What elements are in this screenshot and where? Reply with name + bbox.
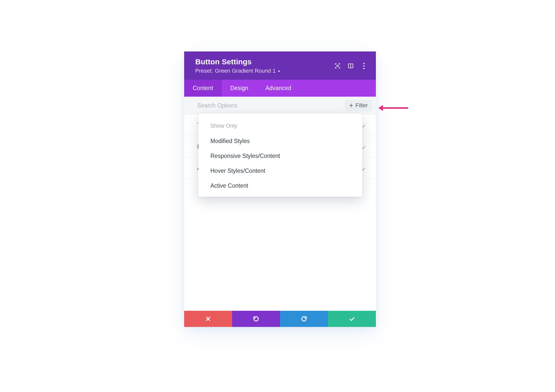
- tab-advanced[interactable]: Advanced: [257, 80, 300, 97]
- dropdown-header: Show Only: [198, 120, 362, 134]
- search-input[interactable]: [197, 102, 302, 109]
- svg-rect-0: [337, 65, 338, 67]
- panel-title: Button Settings: [195, 58, 280, 66]
- dropdown-item-responsive-styles[interactable]: Responsive Styles/Content: [198, 149, 362, 163]
- tabs: Content Design Advanced: [184, 80, 376, 97]
- header-icons: [335, 63, 369, 69]
- dropdown-item-active-content[interactable]: Active Content: [198, 178, 362, 193]
- dropdown-item-hover-styles[interactable]: Hover Styles/Content: [198, 163, 362, 178]
- redo-button[interactable]: [280, 311, 328, 327]
- more-icon[interactable]: [361, 63, 367, 69]
- close-button[interactable]: [184, 311, 232, 327]
- preset-prefix: Preset:: [195, 68, 213, 74]
- arrow-left-icon: [378, 105, 383, 111]
- search-row: Filter: [184, 97, 376, 115]
- filter-button[interactable]: Filter: [345, 100, 372, 111]
- tab-content[interactable]: Content: [184, 80, 222, 97]
- preset-name: Green Gradient Round 1: [215, 68, 276, 74]
- plus-icon: [349, 104, 353, 107]
- caret-down-icon: [278, 71, 280, 72]
- annotation-arrow: [378, 105, 409, 111]
- confirm-button[interactable]: [328, 311, 376, 327]
- panel-body: T L A ? Help Show Only Modified Styles R…: [184, 115, 376, 311]
- dropdown-item-modified-styles[interactable]: Modified Styles: [198, 134, 362, 149]
- settings-panel: Button Settings Preset: Green Gradient R…: [184, 51, 376, 327]
- panel-header: Button Settings Preset: Green Gradient R…: [184, 51, 376, 80]
- preset-selector[interactable]: Preset: Green Gradient Round 1: [195, 68, 280, 74]
- filter-label: Filter: [355, 102, 368, 109]
- tab-design[interactable]: Design: [222, 80, 257, 97]
- panel-footer: [184, 311, 376, 327]
- arrow-line: [383, 107, 408, 109]
- layout-icon[interactable]: [348, 63, 354, 69]
- expand-icon[interactable]: [335, 63, 341, 69]
- title-block: Button Settings Preset: Green Gradient R…: [195, 58, 280, 74]
- undo-button[interactable]: [232, 311, 280, 327]
- filter-dropdown: Show Only Modified Styles Responsive Sty…: [198, 114, 362, 197]
